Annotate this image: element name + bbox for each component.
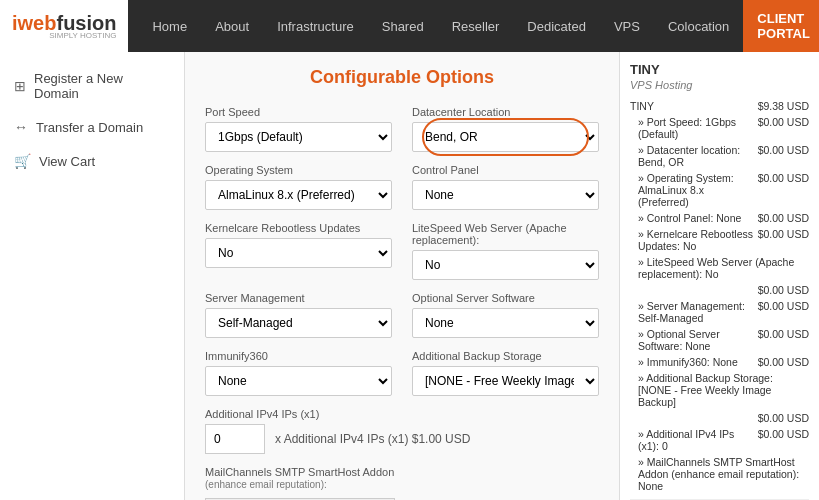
sidebar: ⊞ Register a New Domain ↔ Transfer a Dom… <box>0 52 185 500</box>
operating-system-group: Operating System AlmaLinux 8.x (Preferre… <box>205 164 392 210</box>
server-management-label: Server Management <box>205 292 392 304</box>
order-line-litespeed: » LiteSpeed Web Server (Apache replaceme… <box>630 255 809 281</box>
port-speed-group: Port Speed 1Gbps (Default) 10Gbps <box>205 106 392 152</box>
backup-storage-label: Additional Backup Storage <box>412 350 599 362</box>
nav-home[interactable]: Home <box>138 0 201 52</box>
nav-reseller[interactable]: Reseller <box>438 0 514 52</box>
ipv4-label: Additional IPv4 IPs (x1) <box>205 408 599 420</box>
order-line-ipv4: » Additional IPv4 IPs (x1): 0 $0.00 USD <box>630 427 809 453</box>
order-line-ipv4-price: $0.00 USD <box>758 428 809 452</box>
order-line-control-panel-label: » Control Panel: None <box>638 212 758 224</box>
optional-software-group: Optional Server Software None Softaculou… <box>412 292 599 338</box>
immunify360-group: Immunify360 None Basic Pro <box>205 350 392 396</box>
port-speed-label: Port Speed <box>205 106 392 118</box>
order-line-backup-price-row: $0.00 USD <box>630 411 809 425</box>
order-line-control-panel-price: $0.00 USD <box>758 212 809 224</box>
kernelcare-label: Kernelcare Rebootless Updates <box>205 222 392 234</box>
order-line-immunify-label: » Immunify360: None <box>638 356 758 368</box>
nav-vps[interactable]: VPS <box>600 0 654 52</box>
transfer-domain-icon: ↔ <box>14 119 28 135</box>
ipv4-row: 0 x Additional IPv4 IPs (x1) $1.00 USD <box>205 424 599 454</box>
order-line-litespeed-price: $0.00 USD <box>630 283 809 297</box>
order-line-port-speed-label: » Port Speed: 1Gbps (Default) <box>638 116 758 140</box>
immunify360-label: Immunify360 <box>205 350 392 362</box>
sidebar-item-label: View Cart <box>39 154 95 169</box>
nav-client-portal[interactable]: CLIENT PORTAL <box>743 0 819 52</box>
mailchannels-sublabel: (enhance email reputation): <box>205 479 327 490</box>
order-line-product-price: $9.38 USD <box>758 100 809 112</box>
order-line-ipv4-label: » Additional IPv4 IPs (x1): 0 <box>638 428 758 452</box>
order-line-litespeed-label: » LiteSpeed Web Server (Apache replaceme… <box>638 256 809 280</box>
nav-dedicated[interactable]: Dedicated <box>513 0 600 52</box>
nav-about[interactable]: About <box>201 0 263 52</box>
order-line-immunify-price: $0.00 USD <box>758 356 809 368</box>
datacenter-location-group: Datacenter Location Bend, OR Los Angeles… <box>412 106 599 152</box>
order-line-optional-sw-label: » Optional Server Software: None <box>638 328 758 352</box>
main-nav: Home About Infrastructure Shared Reselle… <box>138 0 819 52</box>
mailchannels-label: MailChannels SMTP SmartHost Addon (enhan… <box>205 466 599 490</box>
order-line-product-label: TINY <box>630 100 758 112</box>
optional-software-select[interactable]: None Softaculous <box>412 308 599 338</box>
datacenter-location-select[interactable]: Bend, OR Los Angeles, CA New York, NY <box>412 122 599 152</box>
order-line-port-speed-price: $0.00 USD <box>758 116 809 140</box>
nav-shared[interactable]: Shared <box>368 0 438 52</box>
backup-storage-select[interactable]: [NONE - Free Weekly Image Backup] 50GB 1… <box>412 366 599 396</box>
order-product-subtitle: VPS Hosting <box>630 79 809 91</box>
logo[interactable]: iwebfusion SIMPLY HOSTING <box>0 0 128 52</box>
control-panel-group: Control Panel None cPanel Plesk <box>412 164 599 210</box>
nav-colocation[interactable]: Colocation <box>654 0 743 52</box>
server-management-select[interactable]: Self-Managed Managed <box>205 308 392 338</box>
right-panel: TINY VPS Hosting TINY $9.38 USD » Port S… <box>619 52 819 500</box>
kernelcare-group: Kernelcare Rebootless Updates No Yes <box>205 222 392 280</box>
mailchannels-section: MailChannels SMTP SmartHost Addon (enhan… <box>205 466 599 500</box>
order-line-litespeed-usd: $0.00 USD <box>758 284 809 296</box>
kernelcare-select[interactable]: No Yes <box>205 238 392 268</box>
order-line-datacenter: » Datacenter location: Bend, OR $0.00 US… <box>630 143 809 169</box>
order-line-control-panel: » Control Panel: None $0.00 USD <box>630 211 809 225</box>
order-line-datacenter-price: $0.00 USD <box>758 144 809 168</box>
order-line-os-price: $0.00 USD <box>758 172 809 208</box>
order-line-os: » Operating System: AlmaLinux 8.x (Prefe… <box>630 171 809 209</box>
order-line-mailchannels: » MailChannels SMTP SmartHost Addon (enh… <box>630 455 809 493</box>
order-line-mailchannels-label: » MailChannels SMTP SmartHost Addon (enh… <box>638 456 809 492</box>
immunify360-select[interactable]: None Basic Pro <box>205 366 392 396</box>
ipv4-section: Additional IPv4 IPs (x1) 0 x Additional … <box>205 408 599 454</box>
control-panel-select[interactable]: None cPanel Plesk <box>412 180 599 210</box>
order-line-backup-label: » Additional Backup Storage: [NONE - Fre… <box>638 372 809 408</box>
order-line-immunify: » Immunify360: None $0.00 USD <box>630 355 809 369</box>
main-content: Configurable Options Port Speed 1Gbps (D… <box>185 52 619 500</box>
litespeed-select[interactable]: No Yes <box>412 250 599 280</box>
datacenter-select-wrapper: Bend, OR Los Angeles, CA New York, NY <box>412 122 599 152</box>
order-product-name: TINY <box>630 62 809 77</box>
page-title: Configurable Options <box>205 67 599 88</box>
order-line-server-mgmt-label: » Server Management: Self-Managed <box>638 300 758 324</box>
sidebar-item-label: Transfer a Domain <box>36 120 143 135</box>
sidebar-item-transfer-domain[interactable]: ↔ Transfer a Domain <box>0 110 184 144</box>
sidebar-item-register-domain[interactable]: ⊞ Register a New Domain <box>0 62 184 110</box>
ipv4-input[interactable]: 0 <box>205 424 265 454</box>
nav-infrastructure[interactable]: Infrastructure <box>263 0 368 52</box>
main-layout: ⊞ Register a New Domain ↔ Transfer a Dom… <box>0 52 819 500</box>
order-line-server-mgmt: » Server Management: Self-Managed $0.00 … <box>630 299 809 325</box>
order-line-os-label: » Operating System: AlmaLinux 8.x (Prefe… <box>638 172 758 208</box>
order-line-backup: » Additional Backup Storage: [NONE - Fre… <box>630 371 809 409</box>
order-line-datacenter-label: » Datacenter location: Bend, OR <box>638 144 758 168</box>
port-speed-select[interactable]: 1Gbps (Default) 10Gbps <box>205 122 392 152</box>
order-line-kernelcare: » Kernelcare Rebootless Updates: No $0.0… <box>630 227 809 253</box>
datacenter-location-label: Datacenter Location <box>412 106 599 118</box>
operating-system-label: Operating System <box>205 164 392 176</box>
sidebar-item-view-cart[interactable]: 🛒 View Cart <box>0 144 184 178</box>
order-line-kernelcare-price: $0.00 USD <box>758 228 809 252</box>
cart-icon: 🛒 <box>14 153 31 169</box>
header: iwebfusion SIMPLY HOSTING Home About Inf… <box>0 0 819 52</box>
order-line-product: TINY $9.38 USD <box>630 99 809 113</box>
litespeed-group: LiteSpeed Web Server (Apache replacement… <box>412 222 599 280</box>
form-grid: Port Speed 1Gbps (Default) 10Gbps Datace… <box>205 106 599 396</box>
sidebar-item-label: Register a New Domain <box>34 71 170 101</box>
ipv4-desc: x Additional IPv4 IPs (x1) $1.00 USD <box>275 432 470 446</box>
operating-system-select[interactable]: AlmaLinux 8.x (Preferred) Ubuntu 22.04 C… <box>205 180 392 210</box>
order-line-optional-sw-price: $0.00 USD <box>758 328 809 352</box>
optional-software-label: Optional Server Software <box>412 292 599 304</box>
server-management-group: Server Management Self-Managed Managed <box>205 292 392 338</box>
order-line-optional-sw: » Optional Server Software: None $0.00 U… <box>630 327 809 353</box>
